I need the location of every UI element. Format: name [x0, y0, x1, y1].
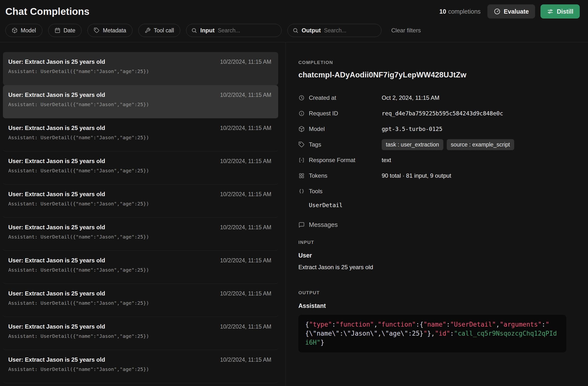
prop-response-format-value: text: [382, 157, 391, 164]
row-user-text: User: Extract Jason is 25 years old: [8, 257, 105, 264]
completion-list-item[interactable]: User: Extract Jason is 25 years old 10/2…: [3, 218, 278, 251]
header-row: Chat Completions 10completions Evaluate …: [5, 4, 580, 19]
completion-list-item[interactable]: User: Extract Jason is 25 years old 10/2…: [3, 251, 278, 284]
prop-tools-label: Tools: [309, 188, 322, 195]
input-search-label: Input: [200, 27, 215, 34]
distill-button-label: Distill: [557, 8, 573, 15]
prop-tokens-label: Tokens: [309, 172, 327, 179]
code-block: {"type":"function","function":{"name":"U…: [298, 315, 566, 352]
row-user-text: User: Extract Jason is 25 years old: [8, 224, 105, 231]
row-timestamp: 10/2/2024, 11:15 AM: [220, 92, 271, 98]
row-timestamp: 10/2/2024, 11:15 AM: [220, 324, 271, 330]
input-message-text: Extract Jason is 25 years old: [298, 264, 573, 271]
messages-section-header: Messages: [298, 221, 573, 229]
row-user-text: User: Extract Jason is 25 years old: [8, 92, 105, 98]
input-search[interactable]: Input: [186, 24, 282, 37]
clock-icon: [298, 95, 305, 101]
chat-completions-page: Chat Completions 10completions Evaluate …: [0, 0, 588, 386]
date-filter-button[interactable]: Date: [48, 24, 82, 37]
chat-bubble-icon: [298, 222, 305, 228]
prop-tags-label: Tags: [309, 141, 321, 148]
tag-icon: [298, 141, 305, 148]
row-timestamp: 10/2/2024, 11:15 AM: [220, 191, 271, 198]
tag-icon: [94, 27, 100, 33]
messages-section-label: Messages: [309, 221, 338, 229]
sliders-icon: [547, 8, 554, 15]
clear-filters-link[interactable]: Clear filters: [391, 27, 421, 34]
row-timestamp: 10/2/2024, 11:15 AM: [220, 224, 271, 231]
row-user-text: User: Extract Jason is 25 years old: [8, 323, 105, 330]
row-assistant-text: Assistant: UserDetail({"name":"Jason","a…: [8, 101, 271, 107]
model-filter-button[interactable]: Model: [5, 24, 42, 37]
metadata-filter-button[interactable]: Metadata: [87, 24, 132, 37]
row-assistant-text: Assistant: UserDetail({"name":"Jason","a…: [8, 366, 271, 372]
row-user-text: User: Extract Jason is 25 years old: [8, 158, 105, 165]
input-section-label: INPUT: [298, 240, 573, 245]
output-search-label: Output: [302, 27, 321, 34]
row-timestamp: 10/2/2024, 11:15 AM: [220, 357, 271, 363]
cube-icon: [12, 27, 18, 33]
completion-list-item[interactable]: User: Extract Jason is 25 years old 10/2…: [3, 52, 278, 85]
completions-count: 10completions: [440, 8, 481, 15]
completions-list-panel: User: Extract Jason is 25 years old 10/2…: [0, 42, 286, 386]
prop-tokens-value: 90 total · 81 input, 9 output: [382, 172, 451, 179]
braces-icon: [298, 188, 305, 194]
row-user-text: User: Extract Jason is 25 years old: [8, 125, 105, 132]
completion-id: chatcmpl-ADyAodii0NF7ig7yLepWW428UJtZw: [298, 71, 573, 79]
gauge-icon: [494, 8, 501, 15]
prop-created-at-label: Created at: [309, 95, 336, 101]
completion-section-label: COMPLETION: [298, 60, 573, 65]
row-assistant-text: Assistant: UserDetail({"name":"Jason","a…: [8, 201, 271, 207]
row-timestamp: 10/2/2024, 11:15 AM: [220, 125, 271, 132]
output-message-role: Assistant: [298, 302, 573, 309]
row-timestamp: 10/2/2024, 11:15 AM: [220, 158, 271, 165]
prop-model-value: gpt-3.5-turbo-0125: [382, 126, 442, 132]
completion-list-item[interactable]: User: Extract Jason is 25 years old 10/2…: [3, 350, 278, 383]
prop-request-id-value: req_d4e7ba759225b595c584243d9c848e0c: [382, 110, 503, 116]
distill-button[interactable]: Distill: [541, 4, 580, 19]
evaluate-button-label: Evaluate: [504, 8, 529, 15]
completion-list-item[interactable]: User: Extract Jason is 25 years old 10/2…: [3, 284, 278, 317]
completion-list-item[interactable]: User: Extract Jason is 25 years old 10/2…: [3, 151, 278, 184]
output-section-label: OUTPUT: [298, 290, 573, 295]
output-search-field[interactable]: [324, 27, 376, 34]
prop-tags: Tags task : user_extraction source : exa…: [298, 137, 573, 152]
prop-request-id: Request ID req_d4e7ba759225b595c584243d9…: [298, 106, 573, 121]
completion-list-item[interactable]: User: Extract Jason is 25 years old 10/2…: [3, 85, 278, 118]
row-timestamp: 10/2/2024, 11:15 AM: [220, 290, 271, 297]
prop-model: Model gpt-3.5-turbo-0125: [298, 121, 573, 137]
wrench-icon: [145, 27, 150, 33]
header-actions: 10completions Evaluate Distill: [440, 4, 580, 19]
input-message-role: User: [298, 252, 573, 259]
completion-properties: Created at Oct 2, 2024, 11:15 AM Request…: [298, 90, 573, 199]
completions-list: User: Extract Jason is 25 years old 10/2…: [3, 52, 278, 383]
input-message-group: INPUT User Extract Jason is 25 years old: [298, 240, 573, 271]
row-user-text: User: Extract Jason is 25 years old: [8, 356, 105, 363]
metadata-filter-label: Metadata: [103, 27, 126, 34]
prop-created-at: Created at Oct 2, 2024, 11:15 AM: [298, 90, 573, 106]
info-icon: [298, 110, 305, 116]
row-user-text: User: Extract Jason is 25 years old: [8, 290, 105, 297]
completions-count-number: 10: [440, 8, 446, 15]
output-search[interactable]: Output: [287, 24, 381, 37]
input-search-field[interactable]: [218, 27, 276, 34]
completion-list-item[interactable]: User: Extract Jason is 25 years old 10/2…: [3, 317, 278, 350]
tag-chip: source : example_script: [447, 139, 514, 150]
row-timestamp: 10/2/2024, 11:15 AM: [220, 59, 271, 65]
row-user-text: User: Extract Jason is 25 years old: [8, 191, 105, 198]
date-filter-label: Date: [63, 27, 76, 34]
prop-tools: Tools: [298, 184, 573, 199]
completion-list-item[interactable]: User: Extract Jason is 25 years old 10/2…: [3, 184, 278, 218]
prop-request-id-label: Request ID: [309, 110, 338, 117]
model-filter-label: Model: [21, 27, 36, 34]
page-title: Chat Completions: [5, 6, 89, 17]
tool-call-filter-button[interactable]: Tool call: [138, 24, 180, 37]
main-content: User: Extract Jason is 25 years old 10/2…: [0, 42, 588, 386]
search-icon: [293, 27, 298, 33]
tools-value: UserDetail: [309, 202, 573, 208]
row-assistant-text: Assistant: UserDetail({"name":"Jason","a…: [8, 267, 271, 273]
completion-list-item[interactable]: User: Extract Jason is 25 years old 10/2…: [3, 118, 278, 151]
row-assistant-text: Assistant: UserDetail({"name":"Jason","a…: [8, 333, 271, 339]
output-message-group: OUTPUT Assistant {"type":"function","fun…: [298, 290, 573, 352]
evaluate-button[interactable]: Evaluate: [487, 4, 535, 19]
